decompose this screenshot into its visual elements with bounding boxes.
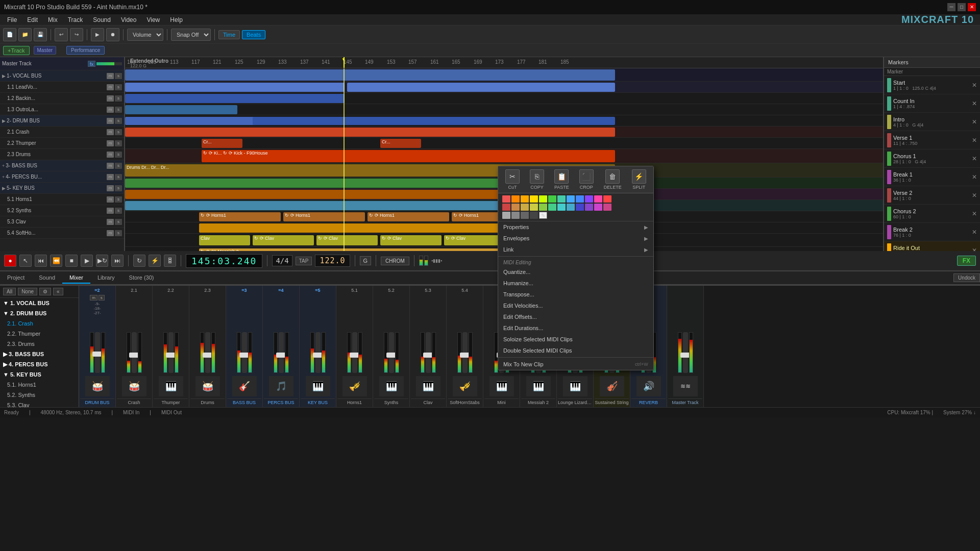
color-mint[interactable] xyxy=(548,204,556,211)
undock-button[interactable]: Undock xyxy=(953,273,980,282)
track-mute-2-2[interactable]: m xyxy=(107,140,114,146)
color-aqua[interactable] xyxy=(557,204,566,211)
ctx-envelopes[interactable]: Envelopes ▶ xyxy=(498,233,653,244)
time-button[interactable]: Time xyxy=(218,30,240,39)
loop-button[interactable]: ↻ xyxy=(133,255,145,267)
master-button[interactable]: Master xyxy=(34,46,57,55)
nav-drum-bus[interactable]: ▼ 2. DRUM BUS xyxy=(0,308,79,318)
track-solo-4[interactable]: s xyxy=(115,174,122,180)
color-dkest[interactable] xyxy=(530,212,538,219)
track-solo-3[interactable]: s xyxy=(115,163,122,169)
skip-end-button[interactable]: ⏭ xyxy=(111,255,124,267)
track-solo-2-1[interactable]: s xyxy=(115,129,122,135)
track-solo-2-2[interactable]: s xyxy=(115,140,122,146)
tab-sound[interactable]: Sound xyxy=(32,272,62,284)
track-solo-1-3[interactable]: s xyxy=(115,107,122,113)
nav-synths[interactable]: 5.2. Synths xyxy=(0,390,79,400)
color-red[interactable] xyxy=(502,195,510,203)
ctx-link[interactable]: Link ▶ xyxy=(498,244,653,255)
nav-horns1[interactable]: 5.1. Horns1 xyxy=(0,380,79,390)
marker-chorus1-del[interactable]: ✕ xyxy=(972,155,977,162)
clip-horns-c[interactable]: ↻ ⟳ Horns1 xyxy=(368,212,449,221)
skip-start-button[interactable]: ⏮ xyxy=(35,255,47,267)
ctx-quantize[interactable]: Quantize... xyxy=(498,266,653,278)
track-solo-2-3[interactable]: s xyxy=(115,152,122,158)
clip-thumper[interactable]: ↻ ⟳ Ki... ↻ ⟳ Kick - F90House xyxy=(202,150,615,162)
marker-chorus2-del[interactable]: ✕ xyxy=(972,210,977,217)
mixer-5-fader-track[interactable] xyxy=(315,332,321,373)
play-tool[interactable]: ▶ xyxy=(91,28,104,41)
nav-key-bus[interactable]: ▼ 5. KEY BUS xyxy=(0,369,79,380)
settings-icon[interactable]: ⚙ xyxy=(39,288,51,295)
mixer-master-fader-track[interactable] xyxy=(683,332,688,373)
track-mute-5-3[interactable]: m xyxy=(107,219,114,225)
color-blue[interactable] xyxy=(576,195,584,203)
track-mute-4[interactable]: m xyxy=(107,174,114,180)
mixer-horns-fader-track[interactable] xyxy=(352,332,357,373)
color-darkyellow[interactable] xyxy=(530,204,538,211)
clip-1-2[interactable] xyxy=(125,105,237,114)
marker-intro-del[interactable]: ✕ xyxy=(972,118,977,126)
track-mute-5[interactable]: m xyxy=(107,185,114,191)
color-yellow[interactable] xyxy=(530,195,538,203)
color-green[interactable] xyxy=(548,195,556,203)
clip-clav-b[interactable]: ↻ ⟳ Clav xyxy=(253,235,314,245)
color-ltgray[interactable] xyxy=(502,212,510,219)
record-button[interactable]: ● xyxy=(4,255,16,267)
track-mute-1-3[interactable]: m xyxy=(107,107,114,113)
volume-dropdown[interactable]: Volume xyxy=(127,29,163,41)
track-solo-1[interactable]: s xyxy=(115,73,122,79)
color-brown[interactable] xyxy=(511,204,520,211)
clip-1-1[interactable] xyxy=(125,94,345,103)
punch-button[interactable]: ⚡ xyxy=(149,255,161,267)
color-violet[interactable] xyxy=(585,204,593,211)
color-navy[interactable] xyxy=(576,204,584,211)
color-orange[interactable] xyxy=(511,195,520,203)
mixer-2-m[interactable]: m xyxy=(90,295,97,300)
search-all-button[interactable]: All xyxy=(3,288,16,295)
color-lime[interactable] xyxy=(539,195,547,203)
track-solo-5-3[interactable]: s xyxy=(115,219,122,225)
clip-crash-b[interactable]: Cr... xyxy=(380,139,421,148)
skip-back-button[interactable]: ⏪ xyxy=(50,255,62,267)
track-mute-5-2[interactable]: m xyxy=(107,208,114,214)
track-mute-3[interactable]: m xyxy=(107,163,114,169)
ctx-edit-vel[interactable]: Edit Velocities... xyxy=(498,300,653,311)
clip-clav-c[interactable]: ↻ ⟳ Clav xyxy=(316,235,378,245)
clip-1-3b[interactable] xyxy=(253,117,615,125)
track-mute-5-1[interactable]: m xyxy=(107,196,114,203)
nav-bass-bus[interactable]: ▶ 3. BASS BUS xyxy=(0,349,79,359)
ctx-soloize[interactable]: Soloize Selected MIDI Clips xyxy=(498,334,653,345)
close-button[interactable]: ✕ xyxy=(968,3,976,11)
record-tool[interactable]: ⏺ xyxy=(106,28,119,41)
menu-video[interactable]: Video xyxy=(116,15,141,24)
ctx-transpose[interactable]: Transpose... xyxy=(498,289,653,300)
clip-clav-d[interactable]: ↻ ⟳ Clav xyxy=(380,235,442,245)
play-loop-button[interactable]: ▶↻ xyxy=(96,255,108,267)
ctx-edit-off[interactable]: Edit Offsets... xyxy=(498,311,653,322)
mix-button[interactable]: 🎛 xyxy=(164,255,176,267)
track-mute-2-3[interactable]: m xyxy=(107,152,114,158)
mixer-thumper-fader-track[interactable] xyxy=(168,332,174,373)
ctx-cut-tool[interactable]: ✂ CuT xyxy=(502,168,523,191)
marker-break1-del[interactable]: ✕ xyxy=(972,173,977,181)
color-crimson[interactable] xyxy=(603,195,611,203)
snap-dropdown[interactable]: Snap Off xyxy=(171,29,211,41)
color-darkgreen[interactable] xyxy=(539,204,547,211)
track-solo-2[interactable]: s xyxy=(115,118,122,124)
marker-verse2-del[interactable]: ✕ xyxy=(972,192,977,199)
select-tool-button[interactable]: ↖ xyxy=(19,255,32,267)
mixer-softhorn-fader-track[interactable] xyxy=(462,332,468,373)
add-track-button[interactable]: +Track xyxy=(3,46,30,55)
menu-track[interactable]: Track xyxy=(63,15,88,24)
mixer-3-fader-track[interactable] xyxy=(242,332,247,373)
nav-crash[interactable]: 2.1. Crash xyxy=(0,318,79,329)
menu-sound[interactable]: Sound xyxy=(88,15,116,24)
track-solo-5[interactable]: s xyxy=(115,185,122,191)
nav-drums[interactable]: 2.3. Drums xyxy=(0,339,79,349)
ctx-crop-tool[interactable]: ⬛ CROP xyxy=(576,168,597,191)
clip-horns-a[interactable]: ↻ ⟳ Horns1 xyxy=(199,212,281,221)
color-purple[interactable] xyxy=(585,195,593,203)
open-button[interactable]: 📁 xyxy=(18,28,32,41)
nav-vocal-bus[interactable]: ▼ 1. VOCAL BUS xyxy=(0,298,79,308)
